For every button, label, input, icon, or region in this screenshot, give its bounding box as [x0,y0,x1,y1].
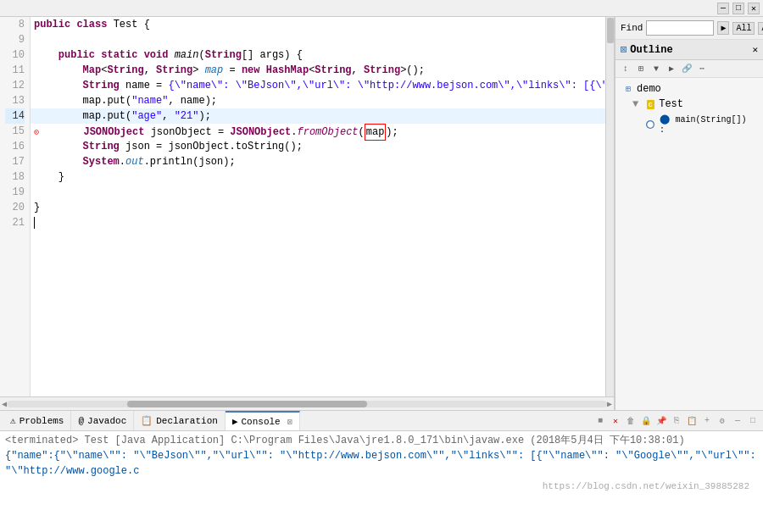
console-stop-btn[interactable]: ■ [593,414,607,428]
console-copy-btn[interactable]: ⎘ [670,414,683,428]
outline-title: Outline [630,44,672,56]
tab-console[interactable]: ▶ Console ⊠ [226,411,300,430]
outline-item-main[interactable]: ⬤ ⬤ main(String[]) : [615,112,763,136]
find-case-btn[interactable]: A [758,22,763,35]
code-line-17: System.out.println(json); [31,154,605,169]
console-settings-btn[interactable]: ⚙ [716,414,729,428]
vscroll-thumb [607,18,614,43]
outline-icon: ⊠ [621,43,627,56]
line-num-14: 14 [5,108,25,124]
declaration-icon: 📋 [141,415,153,426]
find-bar: Find ▶ All A [615,17,763,40]
code-line-20: } [31,200,605,215]
editor-vscroll[interactable] [605,17,614,396]
close-button[interactable]: ✕ [748,3,760,14]
editor-area: 8 9 10 11 12 13 14 15 16 17 18 19 20 21 … [0,17,615,410]
line-num-19: 19 [5,185,25,200]
javadoc-icon: @ [78,416,84,426]
outline-panel: ⊠ Outline ✕ ↕ ⊞ ▼ ▶ 🔗 ⋯ ⊞ demo [615,40,763,410]
outline-sort-btn[interactable]: ↕ [619,62,632,75]
line-num-12: 12 [5,78,25,93]
terminated-text: <terminated> Test [Java Application] C:\… [5,433,758,448]
tab-javadoc[interactable]: @ Javadoc [71,411,134,430]
line-num-11: 11 [5,63,25,78]
console-pin-btn[interactable]: 📌 [654,414,668,428]
line-num-13: 13 [5,93,25,108]
code-lines[interactable]: public class Test { public static void m… [31,17,605,396]
console-icon: ▶ [232,416,238,427]
outline-more-btn[interactable]: ⋯ [695,62,709,75]
minimize-button[interactable]: — [717,3,729,14]
line-num-17: 17 [5,154,25,169]
find-label: Find [621,23,643,33]
code-line-21 [31,215,605,230]
console-minimize-btn[interactable]: — [731,414,744,428]
outline-test-label: Test [659,98,683,110]
tab-problems[interactable]: ⚠ Problems [3,411,71,430]
package-icon: ⊞ [622,83,634,95]
tab-javadoc-label: Javadoc [87,416,126,426]
tab-declaration-label: Declaration [156,416,218,426]
outline-demo-label: demo [637,83,661,95]
line-num-15: 15 [5,124,25,139]
outline-main-label: ⬤ main(String[]) : [660,114,756,135]
code-line-15: ⊙ JSONObject jsonObject = JSONObject.fro… [31,124,605,139]
output-text: {"name":{"\"name\"": "\"BeJson\"","\"url… [5,448,758,479]
tab-declaration[interactable]: 📋 Declaration [134,411,226,430]
line-num-21: 21 [5,215,25,230]
code-line-14: map.put("age", "21"); [31,108,605,124]
console-terminate-btn[interactable]: ✕ [609,414,622,428]
code-line-19 [31,185,605,200]
find-prev-icon[interactable]: ▶ [717,21,729,35]
outline-link-btn[interactable]: 🔗 [680,62,693,75]
code-line-13: map.put("name", name); [31,93,605,108]
title-bar: — □ ✕ [0,0,763,17]
outline-close-icon[interactable]: ✕ [752,44,758,55]
line-num-18: 18 [5,169,25,185]
outline-item-demo[interactable]: ⊞ demo [615,81,763,97]
scrollbar-track[interactable] [7,401,607,407]
line-num-9: 9 [5,32,25,47]
problems-icon: ⚠ [10,415,16,426]
code-line-8: public class Test { [31,17,605,32]
code-content[interactable]: 8 9 10 11 12 13 14 15 16 17 18 19 20 21 … [0,17,614,396]
console-area: <terminated> Test [Java Application] C:\… [0,430,763,532]
find-input[interactable] [646,20,714,36]
line-num-16: 16 [5,139,25,154]
console-new-btn[interactable]: + [700,414,714,428]
console-badge: ⊠ [287,417,292,427]
code-line-18: } [31,169,605,185]
line-num-10: 10 [5,47,25,63]
bottom-tabs: ⚠ Problems @ Javadoc 📋 Declaration ▶ Con… [0,410,763,430]
editor-scrollbar[interactable]: ◀ ▶ [0,396,614,410]
scroll-right-icon[interactable]: ▶ [607,399,612,409]
outline-filter-btn[interactable]: ⊞ [634,62,648,75]
console-scroll-lock-btn[interactable]: 🔒 [639,414,653,428]
outline-toolbar: ↕ ⊞ ▼ ▶ 🔗 ⋯ [615,60,763,78]
line-numbers: 8 9 10 11 12 13 14 15 16 17 18 19 20 21 [0,17,31,396]
code-line-11: Map<String, String> map = new HashMap<St… [31,63,605,78]
scrollbar-thumb [127,401,367,407]
outline-collapse-btn[interactable]: ▼ [649,62,663,75]
console-output: <terminated> Test [Java Application] C:\… [0,431,763,532]
watermark-text: https://blog.csdn.net/weixin_39885282 [5,479,758,494]
console-maximize-btn[interactable]: □ [746,414,760,428]
console-toolbar-right: ■ ✕ 🗑 🔒 📌 ⎘ 📋 + ⚙ — □ [593,414,760,428]
console-clear-btn[interactable]: 🗑 [624,414,638,428]
code-line-12: String name = {\"name\": \"BeJson\",\"ur… [31,78,605,93]
find-all-btn[interactable]: All [732,22,755,35]
outline-item-test[interactable]: ▼ C Test [615,97,763,112]
outline-header: ⊠ Outline ✕ [615,40,763,60]
line-num-8: 8 [5,17,25,32]
outline-expand-btn[interactable]: ▶ [665,62,678,75]
method-icon: ⬤ [646,120,654,129]
tab-console-label: Console [242,417,281,427]
console-paste-btn[interactable]: 📋 [685,414,699,428]
maximize-button[interactable]: □ [732,3,744,14]
code-line-9 [31,32,605,47]
line-num-20: 20 [5,200,25,215]
class-icon: C [644,98,656,110]
right-panel: Find ▶ All A ⊠ Outline ✕ ↕ ⊞ ▼ ▶ 🔗 ⋯ [615,17,763,410]
outline-content: ⊞ demo ▼ C Test ⬤ ⬤ main(String[]) : [615,78,763,140]
main-layout: 8 9 10 11 12 13 14 15 16 17 18 19 20 21 … [0,17,763,410]
